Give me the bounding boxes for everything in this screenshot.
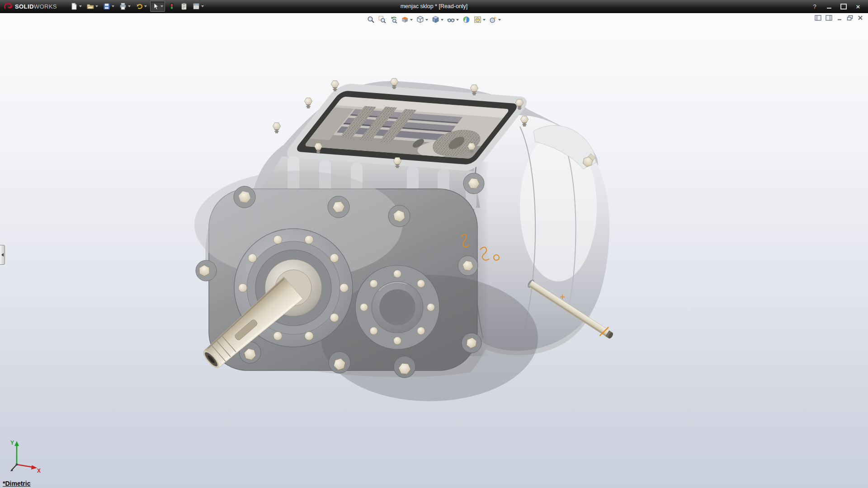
select-button[interactable] [150,1,165,12]
open-dropdown-arrow [95,5,98,7]
file-properties-button[interactable] [179,1,189,12]
restore-document-button[interactable] [847,15,853,21]
pane-right-icon [826,15,832,21]
view-settings-icon [489,16,497,23]
print-icon [119,3,127,10]
appearance-ball-icon [462,16,470,23]
stoplight-icon [168,3,175,10]
display-style-dropdown-arrow [441,19,443,21]
help-button[interactable]: ? [811,3,818,10]
close-icon [857,15,863,21]
view-orientation-label: *Dimetric [3,480,30,487]
pane-toggle-right-button[interactable] [826,15,832,21]
document-window-controls [815,15,863,21]
panel-flyout-tab[interactable] [0,245,5,265]
help-glyph: ? [813,4,816,9]
select-cursor-icon [152,3,159,10]
dassault-ds-logo-icon [4,2,13,10]
triad-z-axis [10,465,17,471]
glasses-icon [447,16,455,23]
minimize-document-button[interactable] [836,15,843,21]
apply-scene-button[interactable] [472,15,487,24]
triad-y-axis: Y [10,440,19,465]
graphics-viewport[interactable]: Y X *Dimetric [0,13,868,488]
hide-show-dropdown-arrow [456,19,459,21]
view-orientation-dropdown-arrow [425,19,428,21]
solidworks-app-window: { "app": { "brand": { "name_bold": "SOLI… [0,0,868,488]
pane-toggle-left-button[interactable] [815,15,821,21]
display-style-button[interactable] [430,15,445,24]
options-button[interactable] [191,1,206,12]
hide-show-items-button[interactable] [446,15,460,24]
side-cover [355,265,439,349]
maximize-icon [840,4,847,9]
close-button[interactable]: × [854,3,862,10]
scene-ball-icon [474,16,481,23]
window-controls: ? × [811,3,868,10]
zoom-fit-icon [367,16,375,23]
brand-works: WORKS [34,3,57,10]
view-cube-icon [416,16,424,23]
minimize-icon [836,15,843,21]
gearbox-model[interactable] [194,78,615,401]
section-view-icon [401,16,409,23]
minimize-icon [827,8,831,9]
rebuild-stoplight-button[interactable] [166,1,177,12]
titlebar: SOLIDWORKS [0,0,868,13]
document-title: menjac sklop * [Read-only] [401,3,468,9]
open-button[interactable] [85,1,100,12]
save-button[interactable] [101,1,116,12]
undo-button[interactable] [134,1,149,12]
previous-view-icon [390,16,397,23]
section-view-dropdown-arrow [410,19,413,21]
edit-appearance-button[interactable] [461,15,472,24]
brand-name: SOLIDWORKS [15,3,57,10]
save-dropdown-arrow [112,5,114,7]
previous-view-button[interactable] [388,15,399,24]
zoom-to-fit-button[interactable] [366,15,376,24]
new-document-icon [71,3,78,10]
section-view-button[interactable] [400,15,414,24]
save-icon [103,3,110,10]
triad-y-label: Y [10,440,14,446]
new-document-button[interactable] [69,1,84,12]
undo-dropdown-arrow [144,5,147,7]
3d-model-canvas[interactable] [0,13,868,488]
print-dropdown-arrow [128,5,131,7]
zoom-to-area-button[interactable] [377,15,387,24]
flyout-arrow-icon [1,253,4,257]
orientation-triad[interactable]: Y X [5,438,42,476]
brand-solid: SOLID [15,3,34,10]
options-icon [193,3,200,10]
options-dropdown-arrow [201,5,204,7]
clipboard-icon [180,3,188,10]
new-dropdown-arrow [79,5,82,7]
maximize-button[interactable] [840,3,847,10]
zoom-area-icon [378,16,386,23]
close-document-button[interactable] [857,15,863,21]
heads-up-view-toolbar [366,15,502,24]
triad-x-axis: X [17,465,41,474]
apply-scene-dropdown-arrow [483,19,486,21]
close-icon: × [856,3,860,10]
view-orientation-button[interactable] [415,15,429,24]
minimize-button[interactable] [826,3,833,10]
display-style-icon [432,16,439,23]
select-dropdown-arrow [160,5,163,7]
triad-x-label: X [37,468,41,474]
triad-origin [16,464,18,466]
pane-left-icon [815,15,821,21]
view-settings-dropdown-arrow [498,19,501,21]
view-settings-button[interactable] [488,15,502,24]
restore-icon [847,15,853,21]
main-toolbar [69,1,206,12]
undo-icon [136,3,143,10]
print-button[interactable] [118,1,132,12]
app-logo: SOLIDWORKS [0,2,62,10]
open-folder-icon [87,3,94,10]
